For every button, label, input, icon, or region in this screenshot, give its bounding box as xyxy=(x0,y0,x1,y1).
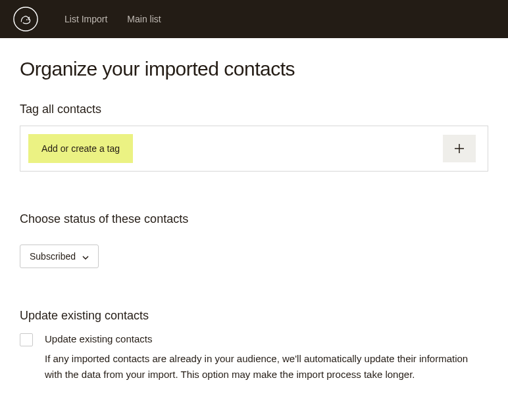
status-section: Choose status of these contacts Subscrib… xyxy=(20,212,488,268)
status-select[interactable]: Subscribed xyxy=(20,245,99,268)
chevron-down-icon xyxy=(82,251,89,262)
add-tag-chip[interactable]: Add or create a tag xyxy=(28,134,133,163)
status-section-heading: Choose status of these contacts xyxy=(20,212,488,226)
tag-section: Tag all contacts Add or create a tag xyxy=(20,103,488,172)
top-nav: List Import Main list xyxy=(0,0,508,38)
update-row: Update existing contacts If any imported… xyxy=(20,333,488,383)
mailchimp-logo[interactable] xyxy=(13,7,38,32)
update-description: If any imported contacts are already in … xyxy=(45,351,488,383)
update-checkbox-label: Update existing contacts xyxy=(45,333,488,344)
nav-main-list[interactable]: Main list xyxy=(127,14,161,24)
svg-point-0 xyxy=(14,7,38,31)
update-section: Update existing contacts Update existing… xyxy=(20,309,488,383)
update-text-wrap: Update existing contacts If any imported… xyxy=(45,333,488,383)
main-content: Organize your imported contacts Tag all … xyxy=(0,38,508,402)
status-select-value: Subscribed xyxy=(30,251,76,262)
svg-point-1 xyxy=(26,19,28,20)
plus-icon xyxy=(454,143,465,154)
update-section-heading: Update existing contacts xyxy=(20,309,488,323)
page-title: Organize your imported contacts xyxy=(20,58,488,80)
update-existing-checkbox[interactable] xyxy=(20,333,33,346)
nav-list-import[interactable]: List Import xyxy=(64,14,107,24)
svg-point-2 xyxy=(28,19,30,20)
tag-section-heading: Tag all contacts xyxy=(20,103,488,116)
tag-input-box: Add or create a tag xyxy=(20,126,488,172)
add-tag-button[interactable] xyxy=(443,135,476,162)
